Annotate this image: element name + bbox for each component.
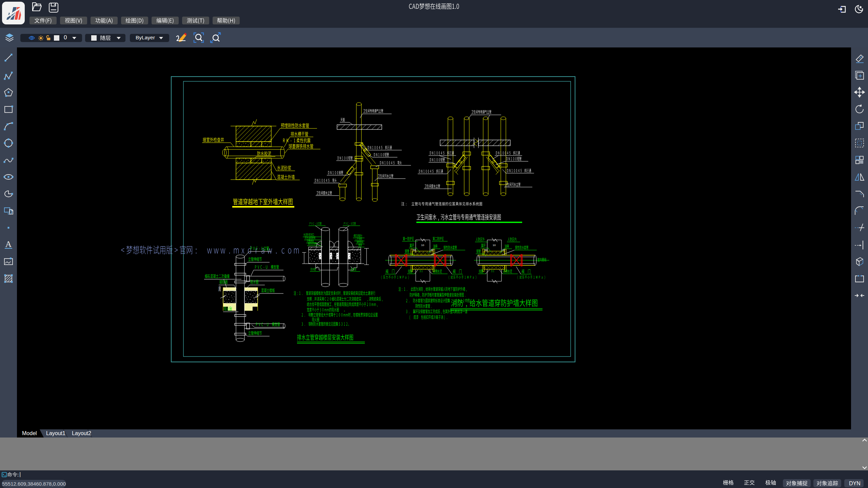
svg-text:50: 50	[413, 248, 416, 251]
svg-text:10: 10	[421, 244, 424, 247]
svg-text:30: 30	[502, 248, 505, 251]
svg-text:10: 10	[493, 244, 496, 247]
svg-text:30: 30	[431, 248, 434, 251]
svg-text:Layout2: Layout2	[72, 430, 91, 436]
svg-text:200: 200	[218, 286, 221, 291]
svg-text:Layout1: Layout1	[46, 430, 65, 436]
svg-text:Model: Model	[22, 430, 37, 436]
svg-text:50: 50	[485, 248, 488, 251]
svg-text:A: A	[5, 239, 12, 249]
